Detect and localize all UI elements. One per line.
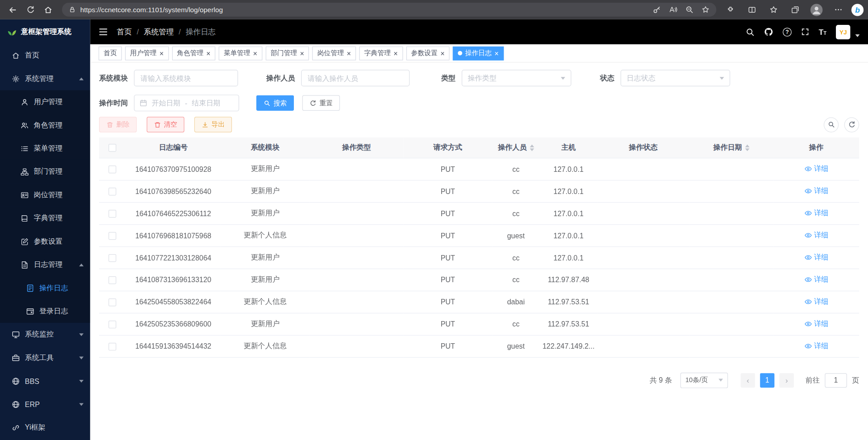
reset-button[interactable]: 重置 — [302, 95, 340, 111]
extensions-icon[interactable] — [722, 3, 739, 17]
user-avatar[interactable]: YJ — [836, 24, 850, 39]
breadcrumb-home[interactable]: 首页 — [117, 27, 132, 37]
sidebar-item-home[interactable]: 首页 — [0, 44, 90, 67]
home-button[interactable] — [40, 3, 57, 17]
detail-link[interactable]: 详细 — [804, 208, 829, 218]
sidebar-item-loginlog[interactable]: 登录日志 — [0, 299, 90, 322]
sidebar-item-users[interactable]: 用户管理 — [0, 90, 90, 114]
refresh-button[interactable] — [22, 3, 39, 17]
sidebar-item-roles[interactable]: 角色管理 — [0, 114, 90, 137]
close-icon[interactable]: × — [440, 50, 444, 57]
tab-posts[interactable]: 岗位管理× — [312, 46, 356, 60]
close-icon[interactable]: × — [394, 50, 398, 57]
goto-page-input[interactable] — [825, 373, 847, 388]
close-icon[interactable]: × — [206, 50, 210, 57]
github-icon[interactable] — [764, 27, 774, 37]
detail-link[interactable]: 详细 — [804, 297, 829, 307]
select-all-checkbox[interactable] — [108, 144, 116, 151]
password-key-icon[interactable] — [653, 5, 661, 14]
page-size-select[interactable]: 10条/页 — [680, 372, 728, 388]
zoom-out-icon[interactable] — [685, 5, 693, 14]
detail-link[interactable]: 详细 — [804, 164, 829, 174]
page-number-current[interactable]: 1 — [760, 373, 774, 388]
sidebar-item-yi-framework[interactable]: Yi框架 — [0, 416, 90, 439]
app-logo[interactable]: 意框架管理系统 — [0, 19, 90, 44]
module-input[interactable] — [134, 70, 238, 86]
col-date[interactable]: 操作日期 — [689, 137, 773, 158]
sidebar-item-bbs[interactable]: BBS — [0, 369, 90, 393]
search-icon[interactable] — [745, 28, 755, 37]
next-page-button[interactable]: › — [779, 373, 794, 388]
close-icon[interactable]: × — [300, 50, 304, 57]
export-button[interactable]: 导出 — [194, 117, 232, 132]
close-icon[interactable]: × — [347, 50, 351, 57]
collapse-menu-icon[interactable] — [99, 27, 108, 37]
collections-icon[interactable] — [787, 3, 803, 17]
sidebar-item-erp[interactable]: ERP — [0, 393, 90, 416]
row-checkbox[interactable] — [108, 210, 116, 218]
row-checkbox[interactable] — [108, 188, 116, 195]
detail-link[interactable]: 详细 — [804, 186, 829, 196]
row-checkbox[interactable] — [108, 343, 116, 350]
sort-carets-icon[interactable] — [529, 144, 534, 151]
close-icon[interactable]: × — [160, 50, 164, 57]
sidebar-item-depts[interactable]: 部门管理 — [0, 160, 90, 183]
detail-link[interactable]: 详细 — [804, 230, 829, 240]
toggle-search-icon[interactable] — [824, 117, 839, 132]
sidebar-item-posts[interactable]: 岗位管理 — [0, 183, 90, 206]
status-select[interactable]: 日志状态 — [621, 70, 730, 86]
font-size-icon[interactable] — [819, 28, 826, 37]
sidebar-item-system[interactable]: 系统管理 — [0, 67, 90, 90]
row-checkbox[interactable] — [108, 254, 116, 262]
add-favorite-star-icon[interactable] — [701, 5, 709, 14]
detail-link[interactable]: 详细 — [804, 319, 829, 329]
tab-roles[interactable]: 角色管理× — [172, 46, 215, 60]
tab-users[interactable]: 用户管理× — [125, 46, 169, 60]
sort-carets-icon[interactable] — [745, 144, 750, 151]
operator-input[interactable] — [301, 70, 410, 86]
delete-button[interactable]: 删除 — [99, 117, 137, 132]
tab-operlog[interactable]: 操作日志× — [453, 46, 504, 60]
clear-button[interactable]: 清空 — [146, 117, 184, 132]
split-screen-icon[interactable] — [743, 3, 760, 17]
row-checkbox[interactable] — [108, 166, 116, 173]
help-icon[interactable] — [783, 28, 792, 37]
fullscreen-icon[interactable] — [801, 28, 809, 36]
refresh-table-icon[interactable] — [844, 117, 859, 132]
prev-page-button[interactable]: ‹ — [741, 373, 755, 388]
sidebar-item-dicts[interactable]: 字典管理 — [0, 207, 90, 230]
type-select[interactable]: 操作类型 — [462, 70, 571, 86]
detail-link[interactable]: 详细 — [804, 341, 829, 351]
tab-menus[interactable]: 菜单管理× — [219, 46, 262, 60]
search-button[interactable]: 搜索 — [256, 95, 294, 111]
favorites-icon[interactable] — [765, 3, 782, 17]
profile-avatar[interactable] — [808, 3, 825, 17]
sidebar-item-operlog[interactable]: 操作日志 — [0, 276, 90, 299]
close-icon[interactable]: × — [253, 50, 257, 57]
detail-link[interactable]: 详细 — [804, 274, 829, 284]
tab-home[interactable]: 首页 — [99, 46, 122, 60]
tab-params[interactable]: 参数设置× — [406, 46, 449, 60]
col-operator[interactable]: 操作人员 — [492, 137, 540, 158]
breadcrumb-system[interactable]: 系统管理 — [144, 27, 174, 37]
sidebar-item-monitor[interactable]: 系统监控 — [0, 323, 90, 346]
back-button[interactable] — [5, 3, 21, 17]
close-icon[interactable]: × — [495, 50, 499, 57]
copilot-icon[interactable] — [851, 4, 863, 16]
read-aloud-icon[interactable] — [669, 5, 678, 14]
sidebar-item-logs[interactable]: 日志管理 — [0, 253, 90, 276]
sidebar-item-params[interactable]: 参数设置 — [0, 230, 90, 253]
row-checkbox[interactable] — [108, 232, 116, 240]
date-range-picker[interactable]: 开始日期 - 结束日期 — [134, 95, 239, 111]
row-checkbox[interactable] — [108, 276, 116, 284]
tab-depts[interactable]: 部门管理× — [265, 46, 309, 60]
sidebar-item-menus[interactable]: 菜单管理 — [0, 137, 90, 160]
row-checkbox[interactable] — [108, 321, 116, 328]
settings-more-icon[interactable] — [830, 3, 847, 17]
detail-link[interactable]: 详细 — [804, 252, 829, 262]
caret-down-icon[interactable] — [855, 34, 860, 37]
row-checkbox[interactable] — [108, 298, 116, 306]
address-bar[interactable]: https://ccnetcore.com:1101/system/log/op… — [62, 3, 716, 17]
tab-dicts[interactable]: 字典管理× — [359, 46, 403, 60]
sidebar-item-tools[interactable]: 系统工具 — [0, 346, 90, 369]
